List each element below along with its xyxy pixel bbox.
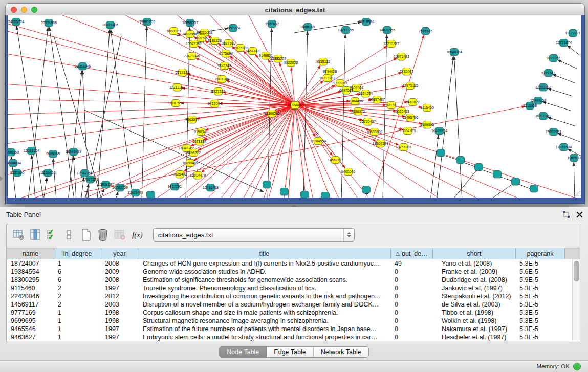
graph-node[interactable]: 15091354 <box>27 147 36 155</box>
graph-edge[interactable] <box>84 110 264 192</box>
graph-edge[interactable] <box>8 105 295 138</box>
graph-node[interactable] <box>511 178 520 185</box>
graph-edge[interactable] <box>557 60 577 69</box>
graph-node[interactable]: 11172721 <box>569 29 577 37</box>
graph-edge[interactable] <box>552 74 575 83</box>
graph-node[interactable]: 8186328 <box>210 37 219 45</box>
graph-node[interactable]: 20891406 <box>106 21 115 29</box>
table-row[interactable]: 969969511998Structural magnetic resonanc… <box>7 317 580 325</box>
resize-grip-icon[interactable] <box>574 190 581 197</box>
graph-node[interactable]: 1527602 <box>268 20 276 28</box>
graph-edge[interactable] <box>187 74 295 105</box>
graph-node[interactable]: 10025458 <box>397 107 406 115</box>
graph-node[interactable]: 10688609 <box>370 128 379 136</box>
graph-node[interactable]: 16409354 <box>435 127 444 135</box>
column-header-pagerank[interactable]: pagerank <box>516 248 565 259</box>
graph-node[interactable] <box>300 191 309 198</box>
graph-node[interactable]: 15716485 <box>206 184 215 191</box>
graph-node[interactable]: 22420046 <box>187 52 196 60</box>
graph-edge[interactable] <box>74 156 76 198</box>
window-titlebar[interactable]: citations_edges.txt <box>5 3 585 16</box>
graph-node[interactable]: 7485063 <box>402 68 411 75</box>
graph-node[interactable]: 9457791 <box>170 183 179 190</box>
graph-node[interactable]: 16914479 <box>193 171 202 179</box>
graph-node[interactable]: 14569117 <box>331 156 340 164</box>
graph-node[interactable]: 9463627 <box>408 98 417 106</box>
graph-node[interactable]: 15692951 <box>549 128 558 136</box>
minimize-window-button[interactable] <box>21 7 27 13</box>
graph-node[interactable]: 9498222 <box>189 149 198 157</box>
graph-edge[interactable] <box>111 29 133 198</box>
graph-node[interactable]: 12444159 <box>534 97 542 104</box>
graph-node[interactable]: 9465546 <box>344 168 353 176</box>
graph-node[interactable]: 8912954 <box>186 30 194 38</box>
graph-node[interactable]: 18210722 <box>323 74 332 82</box>
graph-node[interactable]: 6497568 <box>342 86 351 94</box>
graph-node[interactable]: 1167533 <box>570 154 578 162</box>
graph-node[interactable]: 21053346 <box>78 62 87 70</box>
graph-node[interactable] <box>146 191 155 198</box>
graph-node[interactable]: 10719155 <box>341 26 350 34</box>
graph-node[interactable]: 10973493 <box>397 53 406 60</box>
graph-edge[interactable] <box>548 117 575 126</box>
graph-node[interactable]: 18807299 <box>376 140 385 147</box>
graph-edge[interactable] <box>32 155 35 198</box>
tab-network-table[interactable]: Network Table <box>314 347 368 357</box>
table-row[interactable]: 911546021997Tourette syndrome. Phenomeno… <box>7 284 580 292</box>
graph-node[interactable]: 8427552 <box>214 87 223 95</box>
graph-node[interactable]: 18846489 <box>69 148 78 156</box>
graph-node[interactable]: 9331590 <box>13 169 21 177</box>
graph-node[interactable] <box>362 186 371 193</box>
graph-node[interactable]: 11923448 <box>131 189 140 196</box>
graph-node[interactable]: 7625402 <box>176 170 184 178</box>
graph-node[interactable]: 9329966 <box>549 54 558 62</box>
graph-node[interactable]: 14671355 <box>383 26 391 34</box>
graph-node[interactable]: 9777169 <box>336 79 344 87</box>
function-builder-icon[interactable]: f(x) <box>132 231 143 239</box>
graph-node[interactable]: 3624554 <box>361 90 370 97</box>
graph-node[interactable]: 7957224 <box>229 24 237 32</box>
graph-node[interactable]: 11156863 <box>43 169 52 177</box>
table-row[interactable]: 1872400712008Changes of HCN gene express… <box>7 259 580 268</box>
graph-node[interactable]: 12975115 <box>406 82 415 90</box>
graph-node[interactable]: 25206950 <box>8 148 15 156</box>
graph-node[interactable]: 7462664 <box>352 84 361 92</box>
graph-edge[interactable] <box>383 34 387 198</box>
graph-node[interactable]: 12093832 <box>539 83 548 91</box>
graph-node[interactable]: 9860123 <box>169 27 178 35</box>
tab-edge-table[interactable]: Edge Table <box>267 347 313 357</box>
close-window-button[interactable] <box>11 7 17 13</box>
graph-node[interactable]: 10655287 <box>186 19 194 27</box>
show-columns-icon[interactable] <box>29 228 42 242</box>
zoom-window-button[interactable] <box>31 7 37 13</box>
panel-collapse-arrow[interactable] <box>0 176 3 181</box>
graph-node[interactable]: 2718120 <box>178 69 187 76</box>
graph-edge[interactable] <box>81 178 84 198</box>
graph-node[interactable]: 9827509 <box>197 34 206 42</box>
graph-node[interactable]: 19218586 <box>362 18 371 26</box>
graph-edge[interactable] <box>115 192 118 198</box>
table-row[interactable]: 2242004622012Investigating the contribut… <box>7 292 580 300</box>
column-header-name[interactable]: name <box>7 248 54 259</box>
graph-edge[interactable] <box>542 102 571 111</box>
graph-node[interactable]: 9227343 <box>544 69 553 77</box>
column-header-title[interactable]: title <box>138 248 391 259</box>
graph-edge[interactable] <box>38 15 295 105</box>
graph-node[interactable]: 20364486 <box>351 97 359 105</box>
graph-node[interactable]: 9558122 <box>319 58 328 65</box>
scrollbar-thumb[interactable] <box>574 261 579 281</box>
graph-node[interactable]: 10543382 <box>189 40 198 48</box>
graph-node[interactable]: 9175684 <box>222 50 230 57</box>
graph-node[interactable]: 5878334 <box>195 138 204 145</box>
graph-node[interactable]: 7386372 <box>354 107 362 115</box>
graph-edge[interactable] <box>548 89 573 96</box>
graph-node[interactable]: 9699695 <box>423 121 431 128</box>
graph-node[interactable] <box>437 149 445 157</box>
delete-column-icon[interactable] <box>96 228 110 242</box>
graph-edge[interactable] <box>201 105 295 172</box>
graph-node[interactable]: 15654923 <box>403 127 412 135</box>
graph-node[interactable] <box>456 156 465 164</box>
graph-node[interactable]: 9505155 <box>49 150 57 158</box>
graph-edge[interactable] <box>97 29 110 198</box>
graph-node[interactable] <box>280 188 289 195</box>
